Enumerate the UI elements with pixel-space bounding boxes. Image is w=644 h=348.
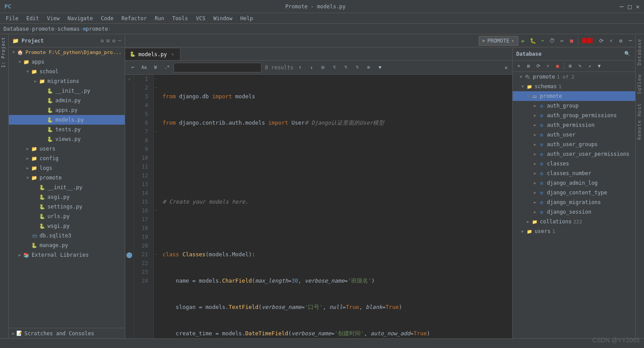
db-edit-btn[interactable]: ✎	[575, 62, 584, 71]
tree-item-school[interactable]: ▼ 📁 school	[9, 67, 125, 76]
db-grid-btn[interactable]: ⊞	[566, 62, 575, 71]
search-all-btn[interactable]: ≡	[364, 63, 373, 72]
db-filter-btn[interactable]: ⚡	[543, 62, 552, 71]
breadcrumb-schemas[interactable]: schemas	[58, 26, 80, 32]
db-stop-btn[interactable]: ■	[553, 62, 562, 71]
menu-view[interactable]: View	[43, 14, 63, 22]
search-toggle-btn[interactable]: ⊟	[318, 63, 328, 72]
tree-item-wsgi[interactable]: 🐍 wsgi.py	[9, 221, 125, 231]
vtab-database[interactable]: Database	[636, 34, 644, 70]
search-input[interactable]	[174, 63, 261, 72]
search-down-btn[interactable]: ↓	[307, 63, 316, 72]
tree-item-external-libs[interactable]: ▶ 📚 External Libraries	[9, 250, 125, 260]
menu-code[interactable]: Code	[98, 14, 117, 22]
tree-item-asgi[interactable]: 🐍 asgi.py	[9, 192, 125, 202]
profile-button[interactable]: ⏱	[547, 36, 557, 46]
tree-item-root[interactable]: ▼ 🏠 Promote F:\C_python\Django_pro...	[9, 47, 125, 57]
db-item-auth-user-groups[interactable]: ▶ ⊞ auth_user_groups	[513, 140, 635, 149]
search-regex-btn[interactable]: .*	[162, 63, 172, 72]
run-config-dropdown[interactable]: ▶ PROMOTE ▾	[479, 36, 518, 46]
db-item-auth-group[interactable]: ▶ ⊞ auth_group	[513, 101, 635, 111]
search-case-btn[interactable]: Aa	[139, 63, 149, 72]
menu-help[interactable]: Help	[237, 14, 257, 22]
vtab-remote-host[interactable]: Remote Host	[636, 99, 644, 144]
scratches-section[interactable]: ▶ 📝 Scratches and Consoles	[9, 328, 125, 338]
sidebar-config-icon[interactable]: ⚙	[101, 38, 104, 44]
tree-item-manage[interactable]: 🐍 manage.py	[9, 240, 125, 250]
db-item-schemas[interactable]: ▼ 📁 schemas 1	[513, 82, 635, 91]
search-filter-btn[interactable]: ▼	[375, 63, 385, 72]
stop-button[interactable]: ■	[567, 36, 576, 46]
menu-file[interactable]: File	[2, 14, 22, 22]
db-item-auth-permission[interactable]: ▶ ⊞ auth_permission	[513, 120, 635, 130]
breadcrumb-promote2[interactable]: promote	[86, 26, 108, 32]
tree-item-init-promote[interactable]: 🐍 __init__.py	[9, 183, 125, 192]
search-opt2-btn[interactable]: ⌥	[341, 63, 351, 72]
tree-item-config[interactable]: ▶ 📁 config	[9, 154, 125, 163]
close-button[interactable]: ✕	[636, 3, 640, 10]
tree-item-users[interactable]: ▶ 📁 users	[9, 144, 125, 154]
tree-item-apps[interactable]: ▼ 📁 apps	[9, 57, 125, 67]
tree-item-logs[interactable]: ▶ 📁 logs	[9, 163, 125, 173]
db-copy-btn[interactable]: ⊞	[524, 62, 533, 71]
breadcrumb-promote1[interactable]: promote	[32, 26, 54, 32]
tree-item-urls[interactable]: 🐍 urls.py	[9, 212, 125, 221]
db-add-btn[interactable]: +	[514, 62, 523, 71]
breadcrumb-database[interactable]: Database	[4, 26, 29, 32]
debug-button[interactable]: 🐛	[528, 36, 538, 46]
db-item-django-content-type[interactable]: ▶ ⊞ django_content_type	[513, 188, 635, 197]
db-item-promote-db[interactable]: ▼ 🗂 promote	[513, 91, 635, 101]
menu-tools[interactable]: Tools	[169, 14, 192, 22]
db-export-btn[interactable]: ↗	[585, 62, 594, 71]
tree-item-migrations[interactable]: ▶ 📁 migrations	[9, 76, 125, 86]
maximize-button[interactable]: □	[628, 3, 631, 10]
db-refresh-btn[interactable]: ⟳	[534, 62, 543, 71]
db-item-auth-user[interactable]: ▶ ⊞ auth_user	[513, 130, 635, 140]
menu-refactor[interactable]: Refactor	[118, 14, 150, 22]
sidebar-minimize-icon[interactable]: ─	[118, 38, 121, 44]
sync-button[interactable]: ⟳	[597, 36, 606, 46]
search-close-btn[interactable]: ✕	[503, 64, 510, 71]
menu-edit[interactable]: Edit	[23, 14, 43, 22]
minimize-button[interactable]: ─	[620, 3, 623, 10]
settings-button[interactable]: ⚙	[616, 36, 626, 46]
tree-item-init-school[interactable]: 🐍 __init__.py	[9, 86, 125, 96]
code-content[interactable]: from django.db import models from django…	[158, 75, 512, 338]
search-opt1-btn[interactable]: ⌥	[329, 63, 339, 72]
tab-close-button[interactable]: ✕	[170, 51, 176, 57]
db-item-classes-number[interactable]: ▶ ⊞ classes_number	[513, 169, 635, 178]
vtab-sqleditor[interactable]: SqView	[636, 70, 644, 99]
tree-item-apps-py[interactable]: 🐍 apps.py	[9, 105, 125, 115]
db-filter2-btn[interactable]: ▼	[595, 62, 604, 71]
menu-run[interactable]: Run	[151, 14, 168, 22]
search-opt3-btn[interactable]: ⌥	[352, 63, 362, 72]
tree-item-dbsqlite[interactable]: 🗃 db.sqlite3	[9, 231, 125, 240]
run-button[interactable]: ▶	[518, 36, 528, 46]
menu-vcs[interactable]: VCS	[192, 14, 209, 22]
search-prev-btn[interactable]: ↩	[128, 63, 137, 72]
tree-item-admin[interactable]: 🐍 admin.py	[9, 96, 125, 105]
tab-models-py[interactable]: 🐍 models.py ✕	[125, 48, 181, 60]
db-item-django-migrations[interactable]: ▶ ⊞ django_migrations	[513, 197, 635, 207]
menu-window[interactable]: Window	[210, 14, 236, 22]
search-up-btn[interactable]: ↑	[295, 63, 305, 72]
coverage-button[interactable]: ☂	[538, 36, 547, 46]
left-tab-project[interactable]: 1: Project	[0, 34, 8, 70]
search-word-btn[interactable]: W	[151, 63, 160, 72]
db-item-django-admin-log[interactable]: ▶ ⊞ django_admin_log	[513, 178, 635, 188]
minimize-panel-button[interactable]: ─	[626, 36, 635, 46]
tree-item-settings[interactable]: 🐍 settings.py	[9, 202, 125, 212]
db-item-promote-root[interactable]: ▼ 🔌 promote 1 of 2	[513, 72, 635, 82]
step-back-button[interactable]: ↩	[557, 36, 567, 46]
tree-item-promote-folder[interactable]: ▼ 📁 promote	[9, 173, 125, 183]
db-item-users-db[interactable]: ▶ 📁 users 1	[513, 226, 635, 236]
menu-navigate[interactable]: Navigate	[64, 14, 97, 22]
sidebar-layout-icon[interactable]: ⊞	[106, 38, 109, 44]
db-item-django-session[interactable]: ▶ ⊞ django_session	[513, 207, 635, 217]
tree-item-tests[interactable]: 🐍 tests.py	[9, 125, 125, 134]
db-item-auth-group-perm[interactable]: ▶ ⊞ auth_group_permissions	[513, 111, 635, 120]
tree-item-models[interactable]: 🐍 models.py	[9, 115, 125, 125]
db-search-btn[interactable]: 🔍	[623, 50, 632, 58]
db-item-collations[interactable]: ▶ 📁 collations 222	[513, 217, 635, 226]
tree-item-views[interactable]: 🐍 views.py	[9, 134, 125, 144]
